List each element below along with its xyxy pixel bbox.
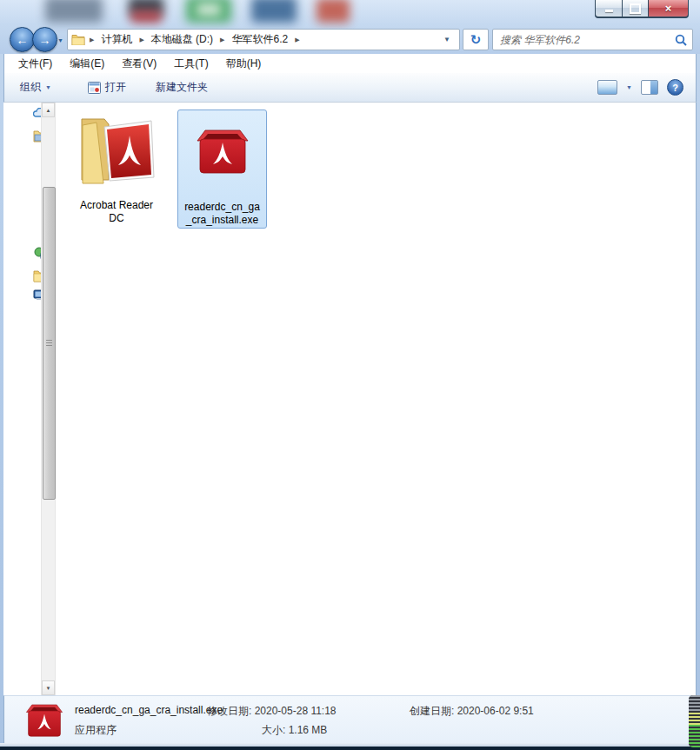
scroll-up-icon: ▲ [46, 108, 51, 113]
maximize-icon [630, 3, 641, 14]
meter-yellow-segment [689, 713, 700, 725]
taskbar-edge [0, 747, 700, 750]
computer-icon[interactable] [33, 289, 41, 302]
chevron-down-icon: ▼ [45, 84, 51, 90]
breadcrumb-separator: ▶ [135, 37, 148, 43]
installer-box-icon [196, 128, 250, 178]
favorites-icon[interactable] [33, 108, 41, 121]
network-icon[interactable] [33, 247, 41, 260]
close-button[interactable]: × [649, 0, 688, 17]
open-app-icon [88, 82, 101, 94]
refresh-icon: ↻ [470, 33, 482, 46]
navigation-pane[interactable] [3, 103, 41, 695]
views-icon [597, 80, 617, 95]
user-folder-icon[interactable] [33, 269, 41, 282]
meter-green-segment [689, 725, 700, 747]
organize-label: 组织 [20, 80, 41, 95]
desktop-blur-penguin-red [130, 10, 162, 23]
menu-view[interactable]: 查看(V) [113, 54, 165, 73]
details-filename: readerdc_cn_ga_cra_install.exe [75, 704, 223, 716]
views-button[interactable]: ▼ [597, 80, 632, 95]
file-name-label: Acrobat Reader DC [80, 199, 153, 225]
refresh-button[interactable]: ↻ [463, 29, 489, 50]
file-name-label: readerdc_cn_ga _cra_install.exe [184, 201, 260, 227]
preview-pane-button[interactable] [641, 80, 658, 95]
volume-meter-widget [689, 695, 700, 747]
folder-icon [75, 110, 158, 190]
breadcrumb-separator: ▶ [290, 37, 303, 43]
details-modified-date: 修改日期: 2020-05-28 11:18 [207, 704, 337, 719]
recent-pages-dropdown[interactable]: ▼ [57, 37, 63, 43]
minimize-icon [605, 10, 613, 12]
nav-scrollbar[interactable]: ▲ ▼ [41, 103, 56, 695]
search-input[interactable] [498, 33, 675, 47]
scroll-down-icon: ▼ [46, 686, 51, 691]
help-button[interactable]: ? [667, 79, 683, 96]
desktop-blur-cloud [197, 3, 221, 16]
details-created-date: 创建日期: 2020-06-02 9:51 [410, 704, 534, 719]
details-file-icon [25, 700, 63, 742]
libraries-icon[interactable] [33, 129, 41, 143]
forward-arrow-icon: → [39, 33, 51, 47]
minimize-button[interactable] [596, 0, 622, 17]
meter-gray-segment [689, 695, 700, 713]
back-arrow-icon: ← [17, 33, 29, 47]
maximize-button[interactable] [623, 0, 648, 17]
file-item-installer-exe-selected[interactable]: readerdc_cn_ga _cra_install.exe [177, 110, 267, 229]
scrollbar-thumb[interactable] [43, 187, 56, 500]
desktop-blur-blue [251, 0, 297, 23]
new-folder-label: 新建文件夹 [156, 80, 208, 95]
menu-bar: 文件(F) 编辑(E) 查看(V) 工具(T) 帮助(H) [3, 54, 697, 73]
organize-button[interactable]: 组织 ▼ [13, 76, 58, 98]
address-folder-icon [71, 34, 85, 45]
forward-button[interactable]: → [32, 27, 57, 52]
open-button[interactable]: 打开 [81, 76, 133, 98]
menu-tools[interactable]: 工具(T) [165, 54, 217, 73]
command-toolbar: 组织 ▼ 打开 新建文件夹 ▼ ? [3, 73, 697, 103]
back-button[interactable]: ← [10, 27, 35, 52]
breadcrumb-separator: ▶ [85, 37, 98, 43]
breadcrumb-computer[interactable]: 计算机 [98, 31, 135, 48]
menu-file[interactable]: 文件(F) [10, 54, 61, 73]
toolbar-right-group: ▼ ? [597, 79, 696, 96]
scroll-up-button[interactable]: ▲ [42, 103, 55, 117]
chevron-down-icon: ▼ [626, 84, 632, 90]
open-label: 打开 [105, 80, 126, 95]
scroll-down-button[interactable]: ▼ [42, 680, 55, 695]
close-icon: × [665, 0, 672, 17]
menu-edit[interactable]: 编辑(E) [61, 54, 113, 73]
desktop-blur-blob [45, 0, 103, 23]
search-icon[interactable] [675, 34, 687, 46]
desktop-blur-red [317, 0, 350, 23]
menu-help[interactable]: 帮助(H) [217, 54, 270, 73]
breadcrumb-separator: ▶ [216, 37, 229, 43]
details-file-size: 大小: 1.16 MB [262, 723, 327, 738]
breadcrumb-local-disk-d[interactable]: 本地磁盘 (D:) [149, 31, 216, 48]
new-folder-button[interactable]: 新建文件夹 [149, 76, 215, 98]
search-box [492, 29, 693, 50]
details-pane: readerdc_cn_ga_cra_install.exe 修改日期: 202… [3, 695, 697, 743]
help-icon: ? [672, 83, 678, 93]
address-dropdown-arrow[interactable]: ▼ [438, 36, 456, 43]
details-file-type: 应用程序 [75, 723, 117, 738]
breadcrumb-current-folder[interactable]: 华军软件6.2 [230, 31, 291, 48]
window-controls: × [595, 0, 689, 18]
address-bar[interactable]: ▶ 计算机 ▶ 本地磁盘 (D:) ▶ 华军软件6.2 ▶ ▼ [67, 29, 460, 50]
file-item-acrobat-folder[interactable]: Acrobat Reader DC [70, 108, 163, 229]
